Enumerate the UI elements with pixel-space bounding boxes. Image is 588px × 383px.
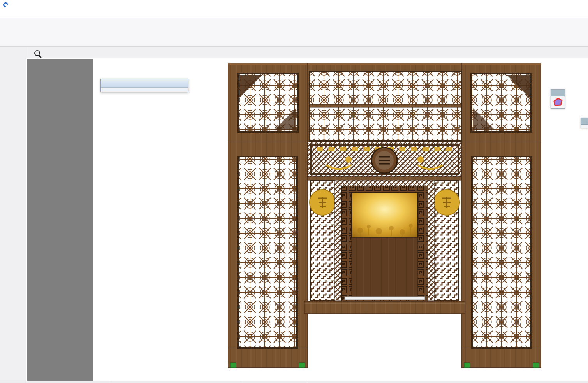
toolbar-secondary <box>0 32 588 47</box>
tool-palette <box>0 47 26 383</box>
toolbar-main <box>0 18 588 32</box>
status-divider <box>241 381 241 383</box>
sketchup-window <box>0 0 588 383</box>
viewport-column <box>26 47 588 383</box>
menu-bar <box>0 9 588 18</box>
altar-model[interactable] <box>228 63 541 371</box>
viewport-canvas[interactable] <box>26 58 588 383</box>
floating-panel-quad <box>551 89 565 109</box>
scene-tabs-bar <box>26 47 588 58</box>
status-divider <box>111 381 111 383</box>
keyframe-dialog-header[interactable] <box>101 79 188 88</box>
sketchup-logo-icon <box>2 1 9 8</box>
floating-panel-rotate <box>581 118 588 128</box>
scene-search-icon[interactable] <box>34 50 40 56</box>
title-bar <box>0 0 588 9</box>
main-area <box>0 47 588 383</box>
quad-polygon-icon[interactable] <box>553 98 563 107</box>
status-bar <box>0 381 588 383</box>
section-gray-panel[interactable] <box>27 59 93 382</box>
keyframe-animation-dialog <box>100 79 188 92</box>
status-divider <box>308 381 308 383</box>
